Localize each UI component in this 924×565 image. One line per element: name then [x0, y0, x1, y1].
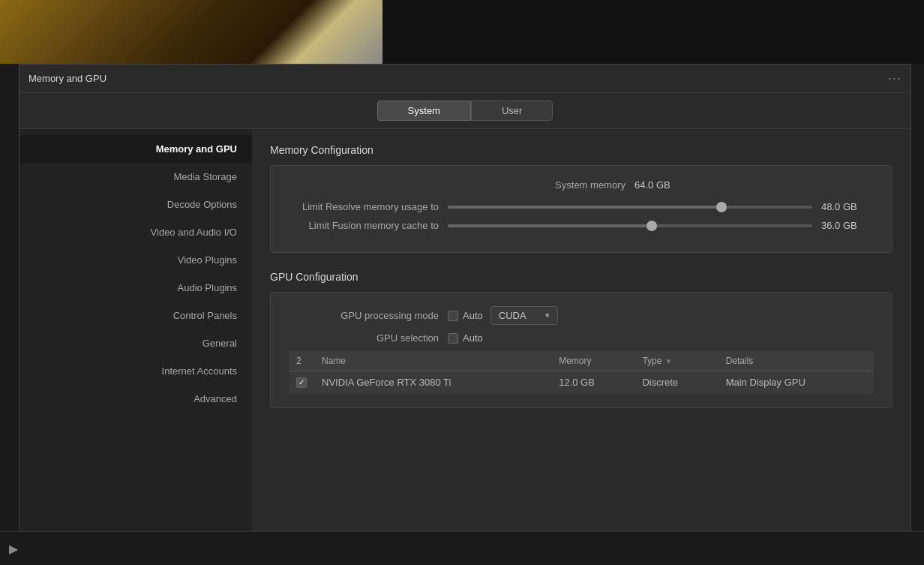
sidebar-item-memory-gpu[interactable]: Memory and GPU	[20, 135, 252, 163]
slider-track-fusion	[448, 224, 812, 227]
main-content: Memory Configuration System memory 64.0 …	[252, 129, 910, 551]
preview-image	[0, 0, 382, 64]
tabs-row: System User	[20, 93, 910, 129]
sidebar-item-internet-accounts[interactable]: Internet Accounts	[20, 357, 252, 385]
row-checkbox-cell[interactable]: ✓	[289, 371, 314, 394]
limit-resolve-value: 48.0 GB	[821, 201, 874, 212]
tab-system[interactable]: System	[377, 101, 471, 121]
checkmark-icon: ✓	[298, 378, 304, 386]
row-checkbox[interactable]: ✓	[296, 377, 307, 388]
limit-fusion-row: Limit Fusion memory cache to 36.0 GB	[289, 220, 874, 231]
gpu-config-header: GPU Configuration	[270, 271, 892, 283]
type-sort-icon: ▼	[664, 357, 672, 365]
top-image-area	[0, 0, 924, 64]
memory-config-header: Memory Configuration	[270, 144, 892, 156]
gpu-type-cell: Discrete	[634, 371, 718, 394]
gpu-selection-auto-checkbox[interactable]	[448, 333, 458, 344]
col-num: 2	[289, 351, 314, 371]
slider-fill-fusion	[448, 224, 652, 227]
slider-thumb-fusion[interactable]	[646, 221, 657, 231]
dropdown-arrow-icon: ▼	[544, 311, 551, 320]
limit-fusion-slider[interactable]	[448, 224, 812, 227]
limit-resolve-slider[interactable]	[448, 206, 812, 209]
sidebar: Memory and GPU Media Storage Decode Opti…	[20, 129, 252, 551]
sidebar-item-media-storage[interactable]: Media Storage	[20, 163, 252, 191]
gpu-selection-auto-label: Auto	[463, 332, 483, 344]
col-type-header: Type ▼	[634, 351, 718, 371]
gpu-processing-auto-checkbox[interactable]	[448, 311, 458, 321]
sidebar-item-audio-plugins[interactable]: Audio Plugins	[20, 274, 252, 302]
cuda-dropdown[interactable]: CUDA ▼	[490, 306, 558, 325]
sidebar-item-video-audio-io[interactable]: Video and Audio I/O	[20, 218, 252, 246]
play-icon[interactable]: ▶	[9, 542, 18, 556]
sidebar-item-control-panels[interactable]: Control Panels	[20, 302, 252, 329]
system-memory-label: System memory	[476, 179, 626, 191]
system-memory-row: System memory 64.0 GB	[289, 179, 874, 191]
sidebar-item-advanced[interactable]: Advanced	[20, 385, 252, 413]
title-bar: Memory and GPU ···	[20, 65, 910, 93]
limit-resolve-row: Limit Resolve memory usage to 48.0 GB	[289, 201, 874, 212]
gpu-name-cell: NVIDIA GeForce RTX 3080 Ti	[314, 371, 551, 394]
col-details-header: Details	[718, 351, 874, 371]
slider-track-resolve	[448, 206, 812, 209]
col-name-header: Name	[314, 351, 551, 371]
bottom-strip: ▶	[0, 531, 924, 565]
col-memory-header: Memory	[551, 351, 634, 371]
cuda-dropdown-value: CUDA	[499, 310, 526, 321]
gpu-selection-checkbox-container: Auto	[448, 332, 483, 344]
gpu-processing-auto-label: Auto	[463, 310, 483, 321]
dialog-window: Memory and GPU ··· System User Memory an…	[19, 64, 911, 548]
gpu-auto-checkbox-container: Auto	[448, 310, 483, 321]
sidebar-item-general[interactable]: General	[20, 329, 252, 357]
content-area: Memory and GPU Media Storage Decode Opti…	[20, 129, 910, 551]
limit-fusion-label: Limit Fusion memory cache to	[289, 220, 439, 231]
tab-user[interactable]: User	[471, 101, 553, 121]
gpu-table-header-row: 2 Name Memory Type ▼ Details	[289, 351, 874, 371]
slider-fill-resolve	[448, 206, 722, 209]
gpu-processing-row: GPU processing mode Auto CUDA ▼	[289, 306, 874, 325]
gpu-selection-label: GPU selection	[289, 332, 439, 344]
gpu-details-cell: Main Display GPU	[718, 371, 874, 394]
more-options-icon[interactable]: ···	[888, 71, 902, 86]
limit-resolve-label: Limit Resolve memory usage to	[289, 201, 439, 212]
sidebar-item-video-plugins[interactable]: Video Plugins	[20, 246, 252, 274]
gpu-processing-label: GPU processing mode	[289, 310, 439, 321]
gpu-memory-cell: 12.0 GB	[551, 371, 634, 394]
gpu-table: 2 Name Memory Type ▼ Details	[289, 351, 874, 394]
memory-config-panel: System memory 64.0 GB Limit Resolve memo…	[270, 165, 892, 253]
dialog-title: Memory and GPU	[28, 73, 106, 84]
table-row[interactable]: ✓ NVIDIA GeForce RTX 3080 Ti 12.0 GB Dis…	[289, 371, 874, 394]
system-memory-value: 64.0 GB	[634, 179, 687, 191]
slider-thumb-resolve[interactable]	[716, 202, 727, 212]
limit-fusion-value: 36.0 GB	[821, 220, 874, 231]
sidebar-item-decode-options[interactable]: Decode Options	[20, 191, 252, 218]
gpu-config-panel: GPU processing mode Auto CUDA ▼ GPU sele…	[270, 292, 892, 408]
gpu-selection-row: GPU selection Auto	[289, 332, 874, 344]
